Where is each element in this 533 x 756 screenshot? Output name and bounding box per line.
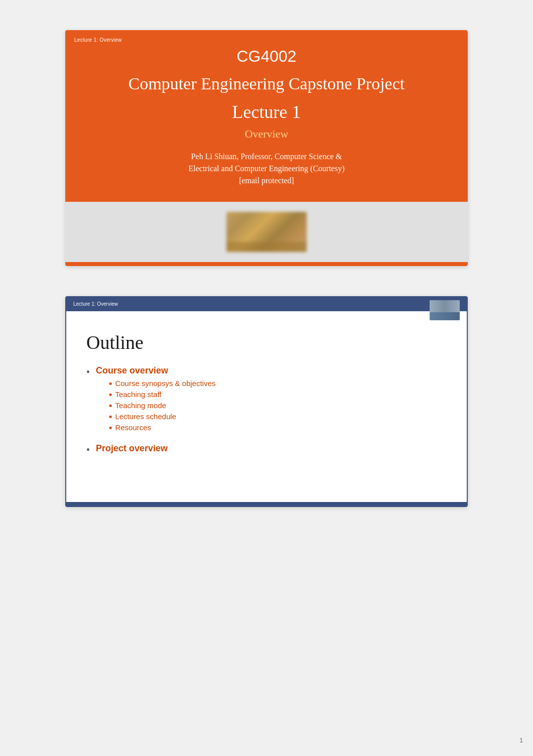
course-title: Computer Engineering Capstone Project <box>128 74 405 94</box>
sub-bullet-icon: ▪ <box>109 412 112 421</box>
list-item: ▪ Course synopsys & objectives <box>109 379 215 388</box>
sub-bullet-icon: ▪ <box>109 379 112 388</box>
bullet-icon: • <box>86 444 90 456</box>
professor-photo <box>226 212 307 252</box>
lecture-number: Lecture 1 <box>232 101 301 122</box>
outline-title: Outline <box>86 331 447 353</box>
slide-2-header: Lecture 1: Overview <box>66 297 467 311</box>
subitem-5: Resources <box>115 423 151 432</box>
sub-bullet-icon: ▪ <box>109 423 112 432</box>
author-line3: [email protected] <box>239 176 294 185</box>
slide-2: Lecture 1: Overview Outline • Course ove… <box>65 296 468 507</box>
author-info: Peh Li Shiuan, Professor, Computer Scien… <box>188 151 344 187</box>
course-overview-subitems: ▪ Course synopsys & objectives ▪ Teachin… <box>109 379 215 432</box>
slide-1-header: Lecture 1: Overview CG4002 Computer Engi… <box>65 30 468 202</box>
project-overview-label: Project overview <box>96 443 168 454</box>
outline-list: • Course overview ▪ Course synopsys & ob… <box>86 365 447 456</box>
slide-2-footer-bar <box>66 502 467 506</box>
subitem-4: Lectures schedule <box>115 412 176 421</box>
subitem-2: Teaching staff <box>115 390 161 399</box>
sub-bullet-icon: ▪ <box>109 401 112 410</box>
slide-1-image-area <box>65 202 468 262</box>
slide-2-inner: Lecture 1: Overview Outline • Course ove… <box>65 296 468 507</box>
university-logo <box>430 300 460 320</box>
list-item: • Course overview ▪ Course synopsys & ob… <box>86 365 447 434</box>
slide-2-label: Lecture 1: Overview <box>73 301 118 307</box>
sub-bullet-icon: ▪ <box>109 390 112 399</box>
list-item: ▪ Resources <box>109 423 215 432</box>
list-item: ▪ Teaching staff <box>109 390 215 399</box>
subitem-3: Teaching mode <box>115 401 166 410</box>
slide-1-footer-bar <box>65 262 468 266</box>
slide-1-label: Lecture 1: Overview <box>74 37 122 43</box>
course-overview-section: Course overview ▪ Course synopsys & obje… <box>96 365 215 434</box>
bullet-icon: • <box>86 366 90 378</box>
author-line1: Peh Li Shiuan, Professor, Computer Scien… <box>191 152 342 161</box>
list-item: ▪ Teaching mode <box>109 401 215 410</box>
slide-2-content: Outline • Course overview ▪ Course synop… <box>66 311 467 502</box>
course-overview-label: Course overview <box>96 365 215 376</box>
list-item: • Project overview <box>86 443 447 456</box>
lecture-subtitle: Overview <box>245 128 289 141</box>
slide-1: Lecture 1: Overview CG4002 Computer Engi… <box>65 30 468 266</box>
author-line2: Electrical and Computer Engineering (Cou… <box>188 164 344 173</box>
subitem-1: Course synopsys & objectives <box>115 379 215 388</box>
list-item: ▪ Lectures schedule <box>109 412 215 421</box>
page-number: 1 <box>519 737 523 744</box>
course-code: CG4002 <box>236 47 296 66</box>
project-overview-section: Project overview <box>96 443 168 454</box>
